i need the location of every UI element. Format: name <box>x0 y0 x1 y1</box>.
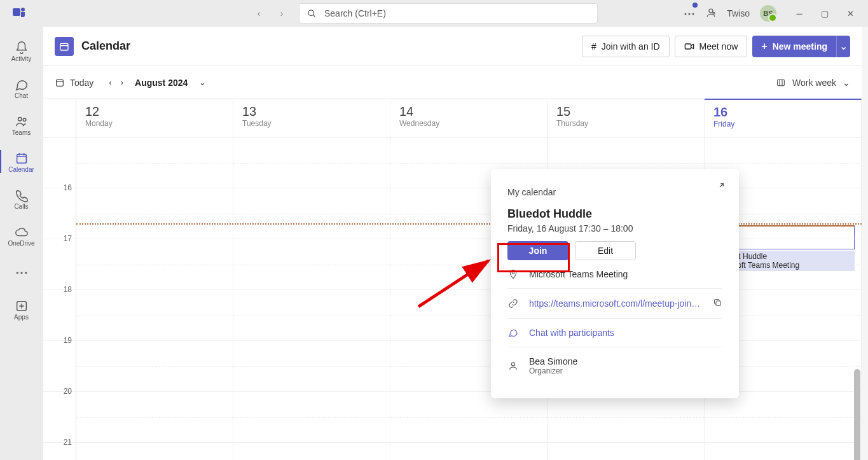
svg-point-25 <box>511 363 514 366</box>
svg-rect-0 <box>13 8 20 16</box>
page-header: Calendar # Join with an ID Meet now + Ne… <box>43 27 862 66</box>
svg-rect-24 <box>716 301 721 306</box>
new-meeting-dropdown[interactable]: ⌄ <box>836 36 850 57</box>
calendar-page: Calendar # Join with an ID Meet now + Ne… <box>43 27 862 460</box>
profile-person-icon[interactable] <box>705 7 717 20</box>
rail-item-teams[interactable]: Teams <box>0 108 43 141</box>
time-slot: 16 <box>43 188 76 239</box>
svg-rect-15 <box>60 43 68 50</box>
join-with-id-button[interactable]: # Join with an ID <box>582 36 670 57</box>
svg-rect-20 <box>778 80 785 85</box>
dots-icon: ⋯ <box>15 265 28 280</box>
calendar-name-label: My calendar <box>507 187 722 197</box>
svg-point-2 <box>308 10 314 15</box>
app-rail: ActivityChatTeamsCalendarCallsOneDrive⋯A… <box>0 27 43 460</box>
annotation-highlight-box <box>497 243 570 272</box>
day-header-wednesday[interactable]: 14Wednesday <box>390 99 548 137</box>
svg-point-1 <box>21 8 25 11</box>
maximize-button[interactable]: ▢ <box>812 4 837 23</box>
svg-point-5 <box>713 12 715 14</box>
video-icon <box>684 43 694 50</box>
time-slot: 21 <box>43 443 76 460</box>
svg-point-4 <box>709 9 713 13</box>
svg-point-7 <box>23 118 26 121</box>
chat-icon <box>15 77 29 92</box>
chevron-down-icon: ⌄ <box>843 78 850 88</box>
day-header-thursday[interactable]: 15Thursday <box>548 99 705 137</box>
search-input[interactable]: Search (Ctrl+E) <box>299 3 598 24</box>
search-icon <box>307 9 317 18</box>
nav-forward-button[interactable]: › <box>272 4 291 23</box>
user-name-label: Twiso <box>727 8 750 18</box>
svg-line-26 <box>418 261 488 307</box>
expand-button[interactable] <box>715 182 725 195</box>
meeting-link[interactable]: https://teams.microsoft.com/l/meetup-joi… <box>529 298 703 309</box>
page-title: Calendar <box>81 39 130 53</box>
edit-event-button[interactable]: Edit <box>575 241 636 260</box>
grid-view-icon <box>776 78 786 88</box>
time-slot <box>43 137 76 188</box>
search-placeholder: Search (Ctrl+E) <box>324 8 386 18</box>
svg-rect-18 <box>57 80 64 86</box>
svg-rect-17 <box>685 44 691 49</box>
rail-item-chat[interactable]: Chat <box>0 71 43 104</box>
organizer-name: Bea Simone <box>529 356 577 366</box>
chat-with-participants-link[interactable]: Chat with participants <box>529 328 614 338</box>
new-meeting-button[interactable]: + New meeting <box>752 36 836 57</box>
plus-icon: + <box>761 41 767 52</box>
day-column-tue[interactable] <box>233 137 390 460</box>
meet-now-button[interactable]: Meet now <box>675 36 748 57</box>
title-bar: ‹ › Search (Ctrl+E) ⋯ Twiso BS ─ ▢ ✕ <box>0 0 868 27</box>
day-headers: 12Monday13Tuesday14Wednesday15Thursday16… <box>43 99 862 137</box>
rail-item-dots[interactable]: ⋯ <box>0 256 43 289</box>
main-area: Calendar # Join with an ID Meet now + Ne… <box>43 27 868 460</box>
svg-rect-8 <box>17 154 26 163</box>
day-column-mon[interactable] <box>76 137 233 460</box>
calendar-today-icon <box>55 78 65 88</box>
next-week-button[interactable]: › <box>121 78 123 87</box>
hash-icon: # <box>591 41 596 52</box>
minimize-button[interactable]: ─ <box>787 4 812 23</box>
nav-back-button[interactable]: ‹ <box>249 4 268 23</box>
calendar-icon <box>15 151 29 166</box>
people-icon <box>15 114 29 129</box>
time-slot: 18 <box>43 290 76 341</box>
time-column: 161718192021 <box>43 137 76 460</box>
copy-link-button[interactable] <box>713 298 722 309</box>
day-header-monday[interactable]: 12Monday <box>76 99 233 137</box>
day-header-tuesday[interactable]: 13Tuesday <box>233 99 390 137</box>
plus-app-icon <box>15 298 29 314</box>
popup-event-datetime: Friday, 16 August 17:30 – 18:00 <box>507 223 722 233</box>
rail-item-onedrive[interactable]: OneDrive <box>0 219 43 252</box>
link-icon <box>507 298 519 309</box>
month-label: August 2024 <box>135 78 188 88</box>
time-slot: 20 <box>43 392 76 443</box>
svg-line-3 <box>313 15 315 17</box>
calendar-toolbar: Today ‹ › August 2024 ⌄ Work week ⌄ <box>43 66 862 99</box>
month-dropdown-button[interactable]: ⌄ <box>199 78 206 87</box>
day-header-friday[interactable]: 16Friday <box>705 99 862 137</box>
rail-item-calls[interactable]: Calls <box>0 182 43 215</box>
scrollbar-thumb[interactable] <box>854 369 860 460</box>
person-icon <box>507 361 519 371</box>
phone-icon <box>15 188 29 203</box>
chat-icon <box>507 328 519 338</box>
svg-point-6 <box>18 117 22 121</box>
rail-item-calendar[interactable]: Calendar <box>0 145 43 178</box>
today-button[interactable]: Today <box>55 78 93 88</box>
rail-item-activity[interactable]: Activity <box>0 34 43 67</box>
avatar[interactable]: BS <box>760 5 776 22</box>
more-options-button[interactable]: ⋯ <box>684 6 695 20</box>
calendar-badge-icon <box>55 37 74 56</box>
prev-week-button[interactable]: ‹ <box>109 78 111 87</box>
organizer-role: Organizer <box>529 366 577 375</box>
rail-item-apps[interactable]: Apps <box>0 293 43 326</box>
teams-logo-icon <box>11 4 27 22</box>
time-slot: 19 <box>43 341 76 392</box>
view-picker[interactable]: Work week ⌄ <box>776 78 850 88</box>
bell-icon <box>15 40 29 55</box>
current-time-indicator <box>76 223 862 225</box>
new-meeting-split-button[interactable]: + New meeting ⌄ <box>752 36 850 57</box>
close-button[interactable]: ✕ <box>837 4 863 23</box>
event-details-popup: My calendar Bluedot Huddle Friday, 16 Au… <box>491 169 739 398</box>
